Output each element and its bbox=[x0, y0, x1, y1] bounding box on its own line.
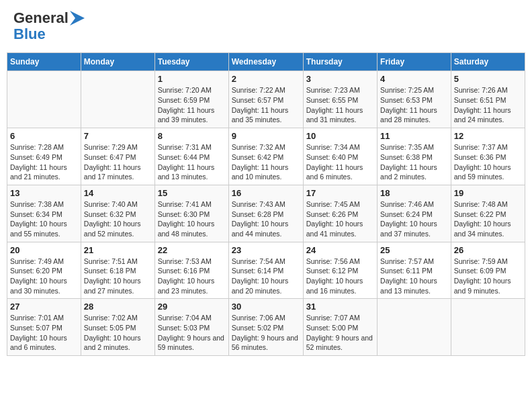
day-info: Sunrise: 7:22 AM Sunset: 6:57 PM Dayligh… bbox=[232, 85, 300, 125]
day-number: 30 bbox=[232, 302, 300, 312]
calendar-cell: 19Sunrise: 7:48 AM Sunset: 6:22 PM Dayli… bbox=[451, 185, 525, 242]
day-number: 29 bbox=[158, 302, 226, 312]
logo-general: General bbox=[13, 9, 69, 26]
day-info: Sunrise: 7:51 AM Sunset: 6:18 PM Dayligh… bbox=[84, 257, 152, 296]
calendar-cell: 30Sunrise: 7:06 AM Sunset: 5:02 PM Dayli… bbox=[228, 299, 303, 356]
day-info: Sunrise: 7:37 AM Sunset: 6:36 PM Dayligh… bbox=[454, 142, 522, 182]
day-info: Sunrise: 7:32 AM Sunset: 6:42 PM Dayligh… bbox=[232, 142, 300, 182]
weekday-header-tuesday: Tuesday bbox=[154, 53, 228, 71]
day-number: 12 bbox=[454, 131, 522, 141]
calendar-cell: 4Sunrise: 7:25 AM Sunset: 6:53 PM Daylig… bbox=[378, 71, 451, 128]
calendar-cell: 7Sunrise: 7:29 AM Sunset: 6:47 PM Daylig… bbox=[81, 128, 154, 185]
day-number: 7 bbox=[84, 131, 152, 141]
calendar-week-row: 27Sunrise: 7:01 AM Sunset: 5:07 PM Dayli… bbox=[7, 299, 525, 356]
calendar-cell: 6Sunrise: 7:28 AM Sunset: 6:49 PM Daylig… bbox=[7, 128, 81, 185]
calendar-week-row: 13Sunrise: 7:38 AM Sunset: 6:34 PM Dayli… bbox=[7, 185, 525, 242]
day-info: Sunrise: 7:41 AM Sunset: 6:30 PM Dayligh… bbox=[158, 199, 226, 239]
day-number: 17 bbox=[306, 188, 374, 198]
weekday-header-thursday: Thursday bbox=[303, 53, 377, 71]
day-info: Sunrise: 7:59 AM Sunset: 6:09 PM Dayligh… bbox=[454, 257, 522, 296]
calendar-cell: 31Sunrise: 7:07 AM Sunset: 5:00 PM Dayli… bbox=[303, 299, 377, 356]
day-number: 3 bbox=[306, 74, 374, 84]
day-info: Sunrise: 7:31 AM Sunset: 6:44 PM Dayligh… bbox=[158, 142, 226, 182]
day-number: 1 bbox=[158, 74, 226, 84]
calendar-cell: 3Sunrise: 7:23 AM Sunset: 6:55 PM Daylig… bbox=[303, 71, 377, 128]
calendar-cell: 5Sunrise: 7:26 AM Sunset: 6:51 PM Daylig… bbox=[451, 71, 525, 128]
calendar-cell: 27Sunrise: 7:01 AM Sunset: 5:07 PM Dayli… bbox=[7, 299, 81, 356]
day-number: 6 bbox=[10, 131, 78, 141]
day-info: Sunrise: 7:02 AM Sunset: 5:05 PM Dayligh… bbox=[84, 313, 152, 353]
day-info: Sunrise: 7:45 AM Sunset: 6:26 PM Dayligh… bbox=[306, 199, 374, 239]
day-number: 10 bbox=[306, 131, 374, 141]
day-info: Sunrise: 7:26 AM Sunset: 6:51 PM Dayligh… bbox=[454, 85, 522, 125]
calendar-cell: 8Sunrise: 7:31 AM Sunset: 6:44 PM Daylig… bbox=[154, 128, 228, 185]
day-number: 18 bbox=[380, 188, 448, 198]
day-info: Sunrise: 7:35 AM Sunset: 6:38 PM Dayligh… bbox=[380, 142, 448, 182]
day-info: Sunrise: 7:25 AM Sunset: 6:53 PM Dayligh… bbox=[380, 85, 448, 125]
weekday-header-friday: Friday bbox=[378, 53, 451, 71]
day-number: 20 bbox=[10, 245, 78, 255]
day-number: 15 bbox=[158, 188, 226, 198]
calendar-cell: 17Sunrise: 7:45 AM Sunset: 6:26 PM Dayli… bbox=[303, 185, 377, 242]
calendar-cell: 23Sunrise: 7:54 AM Sunset: 6:14 PM Dayli… bbox=[228, 242, 303, 299]
day-info: Sunrise: 7:29 AM Sunset: 6:47 PM Dayligh… bbox=[84, 142, 152, 182]
day-info: Sunrise: 7:46 AM Sunset: 6:24 PM Dayligh… bbox=[380, 199, 448, 239]
weekday-header-sunday: Sunday bbox=[7, 53, 81, 71]
day-info: Sunrise: 7:43 AM Sunset: 6:28 PM Dayligh… bbox=[232, 199, 300, 239]
day-info: Sunrise: 7:34 AM Sunset: 6:40 PM Dayligh… bbox=[306, 142, 374, 182]
day-number: 4 bbox=[380, 74, 448, 84]
weekday-header-saturday: Saturday bbox=[451, 53, 525, 71]
svg-marker-0 bbox=[70, 11, 85, 26]
logo-arrow-icon bbox=[70, 11, 85, 26]
calendar-cell: 24Sunrise: 7:56 AM Sunset: 6:12 PM Dayli… bbox=[303, 242, 377, 299]
calendar-cell bbox=[81, 71, 154, 128]
day-info: Sunrise: 7:48 AM Sunset: 6:22 PM Dayligh… bbox=[454, 199, 522, 239]
calendar-cell: 1Sunrise: 7:20 AM Sunset: 6:59 PM Daylig… bbox=[154, 71, 228, 128]
calendar-cell: 12Sunrise: 7:37 AM Sunset: 6:36 PM Dayli… bbox=[451, 128, 525, 185]
calendar-week-row: 20Sunrise: 7:49 AM Sunset: 6:20 PM Dayli… bbox=[7, 242, 525, 299]
calendar-cell: 10Sunrise: 7:34 AM Sunset: 6:40 PM Dayli… bbox=[303, 128, 377, 185]
day-number: 23 bbox=[232, 245, 300, 255]
day-info: Sunrise: 7:57 AM Sunset: 6:11 PM Dayligh… bbox=[380, 257, 448, 296]
day-number: 26 bbox=[454, 245, 522, 255]
calendar-week-row: 1Sunrise: 7:20 AM Sunset: 6:59 PM Daylig… bbox=[7, 71, 525, 128]
calendar-cell: 20Sunrise: 7:49 AM Sunset: 6:20 PM Dayli… bbox=[7, 242, 81, 299]
calendar-cell bbox=[378, 299, 451, 356]
calendar-cell: 28Sunrise: 7:02 AM Sunset: 5:05 PM Dayli… bbox=[81, 299, 154, 356]
logo: General Blue bbox=[13, 10, 85, 42]
day-info: Sunrise: 7:38 AM Sunset: 6:34 PM Dayligh… bbox=[10, 199, 78, 239]
calendar-cell: 15Sunrise: 7:41 AM Sunset: 6:30 PM Dayli… bbox=[154, 185, 228, 242]
day-info: Sunrise: 7:06 AM Sunset: 5:02 PM Dayligh… bbox=[232, 313, 300, 353]
calendar-cell: 16Sunrise: 7:43 AM Sunset: 6:28 PM Dayli… bbox=[228, 185, 303, 242]
day-info: Sunrise: 7:01 AM Sunset: 5:07 PM Dayligh… bbox=[10, 313, 78, 353]
calendar-body: 1Sunrise: 7:20 AM Sunset: 6:59 PM Daylig… bbox=[7, 71, 525, 356]
day-number: 19 bbox=[454, 188, 522, 198]
day-info: Sunrise: 7:07 AM Sunset: 5:00 PM Dayligh… bbox=[306, 313, 374, 353]
calendar-cell: 11Sunrise: 7:35 AM Sunset: 6:38 PM Dayli… bbox=[378, 128, 451, 185]
day-number: 25 bbox=[380, 245, 448, 255]
calendar-cell: 21Sunrise: 7:51 AM Sunset: 6:18 PM Dayli… bbox=[81, 242, 154, 299]
calendar-cell bbox=[7, 71, 81, 128]
calendar-cell: 2Sunrise: 7:22 AM Sunset: 6:57 PM Daylig… bbox=[228, 71, 303, 128]
day-info: Sunrise: 7:04 AM Sunset: 5:03 PM Dayligh… bbox=[158, 313, 226, 353]
day-number: 21 bbox=[84, 245, 152, 255]
day-number: 31 bbox=[306, 302, 374, 312]
day-info: Sunrise: 7:23 AM Sunset: 6:55 PM Dayligh… bbox=[306, 85, 374, 125]
calendar-cell: 14Sunrise: 7:40 AM Sunset: 6:32 PM Dayli… bbox=[81, 185, 154, 242]
day-number: 11 bbox=[380, 131, 448, 141]
day-number: 5 bbox=[454, 74, 522, 84]
calendar-cell bbox=[451, 299, 525, 356]
calendar-cell: 25Sunrise: 7:57 AM Sunset: 6:11 PM Dayli… bbox=[378, 242, 451, 299]
page-header: General Blue bbox=[7, 7, 525, 46]
day-info: Sunrise: 7:20 AM Sunset: 6:59 PM Dayligh… bbox=[158, 85, 226, 125]
day-info: Sunrise: 7:40 AM Sunset: 6:32 PM Dayligh… bbox=[84, 199, 152, 239]
day-info: Sunrise: 7:56 AM Sunset: 6:12 PM Dayligh… bbox=[306, 257, 374, 296]
day-number: 27 bbox=[10, 302, 78, 312]
weekday-header-monday: Monday bbox=[81, 53, 154, 71]
day-info: Sunrise: 7:54 AM Sunset: 6:14 PM Dayligh… bbox=[232, 257, 300, 296]
day-number: 24 bbox=[306, 245, 374, 255]
calendar-cell: 18Sunrise: 7:46 AM Sunset: 6:24 PM Dayli… bbox=[378, 185, 451, 242]
logo-blue: Blue bbox=[13, 26, 85, 42]
calendar-table: SundayMondayTuesdayWednesdayThursdayFrid… bbox=[7, 52, 525, 356]
day-number: 13 bbox=[10, 188, 78, 198]
